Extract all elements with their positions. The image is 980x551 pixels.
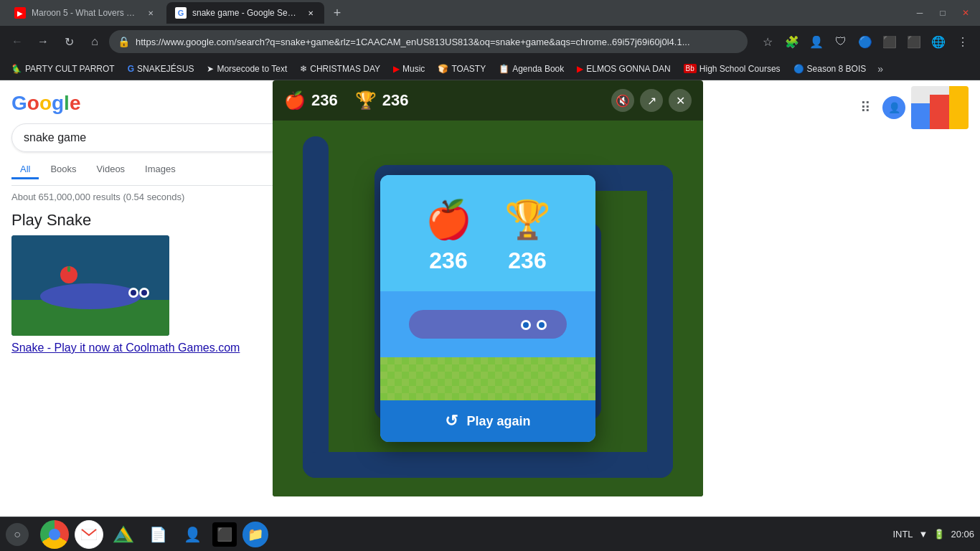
- bookmark-label: SNAKEJÉSUS: [137, 64, 194, 74]
- bookmark-label: ELMOS GONNA DAN: [586, 64, 670, 74]
- mute-button[interactable]: 🔇: [611, 89, 634, 112]
- maximize-button[interactable]: □: [934, 4, 951, 22]
- tab-close-snake[interactable]: ✕: [305, 7, 316, 19]
- tab-maroon5[interactable]: ▶ Maroon 5 - What Lovers Do (Lyri... ✕: [6, 2, 164, 24]
- bookmark-icon: ▶: [577, 64, 583, 74]
- bookmark-g-icon: G: [128, 64, 134, 74]
- bookmark-icon: ❄: [300, 64, 307, 74]
- taskbar-drive[interactable]: [109, 520, 138, 549]
- address-text: https://www.google.com/search?q=snake+ga…: [136, 37, 739, 47]
- bookmark-label: Morsecode to Text: [217, 64, 287, 74]
- bookmark-label: High School Courses: [699, 64, 781, 74]
- bookmark-music[interactable]: ▶ Music: [387, 60, 430, 77]
- svg-point-2: [40, 283, 141, 309]
- malwarebytes-icon[interactable]: 🔵: [854, 30, 877, 53]
- page-content: Google snake game All Books Videos Image…: [0, 80, 980, 517]
- snake-figure: [409, 303, 567, 346]
- modal-snake-display: [380, 291, 595, 357]
- bookmark-label: Agenda Book: [512, 64, 564, 74]
- tab-title-snake: snake game - Google Search: [192, 8, 296, 18]
- ext2-icon[interactable]: ⬛: [903, 30, 925, 53]
- tab-favicon-snake: G: [175, 7, 187, 19]
- taskbar-docs[interactable]: 📄: [143, 520, 172, 549]
- search-box[interactable]: snake game: [11, 123, 298, 152]
- taskbar-files[interactable]: 📁: [242, 522, 268, 547]
- reload-button[interactable]: ↻: [57, 30, 80, 53]
- ext1-icon[interactable]: ⬛: [878, 30, 901, 53]
- bookmark-season8[interactable]: 🔵 Season 8 BOIS: [788, 60, 872, 77]
- bookmark-icon: ▶: [393, 64, 400, 74]
- bookmark-highschool[interactable]: Bb High School Courses: [678, 60, 786, 77]
- ext3-icon[interactable]: 🌐: [927, 30, 950, 53]
- bookmark-morse[interactable]: ➤ Morsecode to Text: [201, 60, 293, 77]
- network-label: INTL: [892, 529, 913, 540]
- safe-search-indicator: [911, 86, 969, 129]
- snake-pupil-right: [539, 322, 545, 328]
- bookmark-label: CHRISTMAS DAY: [310, 64, 380, 74]
- tab-videos[interactable]: Videos: [88, 161, 134, 179]
- extensions-button[interactable]: 🧩: [781, 30, 804, 53]
- forward-button[interactable]: →: [32, 30, 55, 53]
- bookmark-toasty[interactable]: 🍞 TOASTY: [432, 60, 491, 77]
- address-bar[interactable]: 🔒 https://www.google.com/search?q=snake+…: [109, 30, 748, 53]
- bookmark-label: Season 8 BOIS: [807, 64, 867, 74]
- trophy-icon: 🏆: [355, 90, 377, 110]
- tab-close-maroon5[interactable]: ✕: [146, 7, 155, 19]
- modal-scores: 🍎 236 🏆 236: [380, 175, 595, 291]
- svg-point-5: [131, 290, 136, 296]
- bookmark-elmos[interactable]: ▶ ELMOS GONNA DAN: [571, 60, 676, 77]
- taskbar-right: INTL ▼ 🔋 20:06: [892, 529, 974, 540]
- google-apps-button[interactable]: ⠿: [854, 96, 877, 119]
- bookmark-icon: 🔵: [793, 64, 804, 74]
- taskbar-circle[interactable]: ○: [6, 523, 29, 546]
- bookmark-agenda[interactable]: 📋 Agenda Book: [493, 60, 570, 77]
- modal-high-score-value: 236: [508, 248, 546, 274]
- game-over-modal: 🍎 236 🏆 236: [380, 175, 595, 442]
- bookmark-snakejesus[interactable]: G SNAKEJÉSUS: [122, 60, 200, 77]
- tab-books[interactable]: Books: [42, 161, 85, 179]
- tab-all[interactable]: All: [11, 161, 39, 179]
- new-tab-button[interactable]: +: [327, 3, 347, 23]
- wifi-icon: ▼: [919, 529, 928, 540]
- high-score: 🏆 236: [355, 90, 409, 110]
- bookmarks-bar: 🦜 PARTY CULT PARROT G SNAKEJÉSUS ➤ Morse…: [0, 57, 980, 80]
- nav-icons: ☆ 🧩 👤 🛡 🔵 ⬛ ⬛ 🌐 ⋮: [756, 30, 974, 53]
- tab-snake[interactable]: G snake game - Google Search ✕: [166, 2, 324, 24]
- game-controls: 🔇 ↗ ✕: [611, 89, 692, 112]
- taskbar: ○ 📄 👤 ⬛ 📁 INTL ▼ 🔋 20:06: [0, 517, 980, 551]
- tab-images[interactable]: Images: [136, 161, 184, 179]
- svg-point-6: [141, 290, 147, 296]
- replay-icon: ↺: [445, 412, 458, 430]
- norton-icon[interactable]: 🛡: [829, 30, 852, 53]
- high-score-value: 236: [382, 91, 409, 110]
- snake-pupil-left: [523, 322, 529, 328]
- back-button[interactable]: ←: [6, 30, 29, 53]
- apple-score-icon: 🍎: [284, 90, 306, 110]
- play-again-button[interactable]: ↺ Play again: [380, 400, 595, 442]
- close-button[interactable]: ✕: [957, 4, 974, 22]
- bookmark-star-button[interactable]: ☆: [756, 30, 779, 53]
- score-section: 🍎 236 🏆 236: [284, 90, 408, 110]
- bookmark-christmas[interactable]: ❄ CHRISTMAS DAY: [294, 60, 386, 77]
- minimize-button[interactable]: ─: [911, 4, 928, 22]
- svg-rect-8: [67, 266, 70, 272]
- tab-title-maroon5: Maroon 5 - What Lovers Do (Lyri...: [32, 8, 137, 18]
- taskbar-chrome[interactable]: [40, 520, 69, 549]
- bookmark-icon: 🍞: [438, 64, 448, 74]
- menu-button[interactable]: ⋮: [951, 30, 974, 53]
- close-game-button[interactable]: ✕: [669, 89, 692, 112]
- taskbar-gmail[interactable]: [75, 520, 103, 549]
- share-button[interactable]: ↗: [640, 89, 663, 112]
- taskbar-classroom[interactable]: 👤: [178, 520, 207, 549]
- bookmark-label: TOASTY: [451, 64, 486, 74]
- taskbar-qr[interactable]: ⬛: [212, 522, 237, 547]
- google-account-avatar[interactable]: 👤: [882, 96, 905, 119]
- bookmark-party-cult[interactable]: 🦜 PARTY CULT PARROT: [6, 60, 121, 77]
- bookmarks-more-button[interactable]: »: [873, 63, 887, 75]
- modal-trophy-score: 🏆 236: [504, 198, 551, 274]
- navigation-bar: ← → ↻ ⌂ 🔒 https://www.google.com/search?…: [0, 26, 980, 57]
- profile-button[interactable]: 👤: [805, 30, 828, 53]
- home-button[interactable]: ⌂: [83, 30, 106, 53]
- tab-favicon-maroon5: ▶: [14, 7, 26, 19]
- game-header: 🍎 236 🏆 236 🔇 ↗ ✕: [273, 80, 703, 121]
